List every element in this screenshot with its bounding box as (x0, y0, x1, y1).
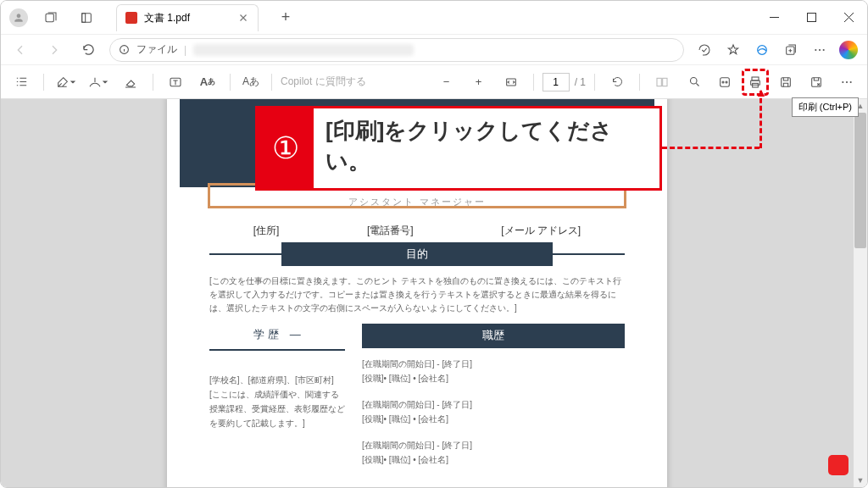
svg-rect-18 (752, 77, 759, 80)
save-button[interactable] (772, 69, 799, 96)
search-button[interactable] (681, 69, 708, 96)
browser-tab[interactable]: 文書 1.pdf (116, 4, 259, 31)
copilot-icon[interactable] (837, 37, 860, 63)
edge-ie-icon[interactable] (750, 37, 774, 63)
svg-rect-21 (782, 77, 791, 86)
favorite-icon[interactable] (721, 37, 745, 63)
svg-rect-1 (82, 13, 92, 22)
highlight-icon[interactable] (53, 69, 80, 96)
callout-text: [印刷]をクリックしてください。 (314, 108, 659, 188)
work-item-1: [在職期間の開始日] - [終了日] [役職]• [職位] • [会社名] (362, 357, 625, 385)
url-blurred (193, 44, 414, 56)
text-tool-icon[interactable] (162, 69, 189, 96)
svg-rect-13 (663, 78, 667, 86)
page-number-input[interactable] (542, 73, 570, 92)
save-as-button[interactable] (803, 69, 830, 96)
svg-rect-0 (46, 14, 53, 21)
rotate-icon[interactable] (604, 69, 631, 96)
col-education: 学 歴 — [学校名]、[都道府県]、[市区町村] [ここには、成績評価や、関連… (209, 324, 345, 467)
svg-point-25 (850, 80, 852, 82)
titlebar-left: 文書 1.pdf + (1, 4, 298, 31)
svg-point-17 (726, 81, 727, 83)
maximize-button[interactable] (793, 2, 830, 34)
forward-button[interactable] (42, 37, 67, 63)
svg-rect-12 (657, 78, 661, 86)
work-item-3: [在職期間の開始日] - [終了日] [役職]• [職位] • [会社名] (362, 438, 625, 467)
workspaces-icon[interactable] (38, 5, 64, 30)
callout-connector-h (662, 147, 760, 149)
contact-tel: [電話番号] (367, 224, 414, 238)
collections-icon[interactable] (779, 37, 803, 63)
svg-point-24 (846, 80, 848, 82)
new-tab-button[interactable]: + (274, 6, 298, 30)
pdf-toolbar-right (681, 69, 860, 96)
page-total: / 1 (575, 76, 586, 88)
svg-point-9 (823, 48, 825, 50)
callout-number: ① (258, 108, 314, 188)
back-button[interactable] (8, 37, 33, 63)
two-column: 学 歴 — [学校名]、[都道府県]、[市区町村] [ここには、成績評価や、関連… (167, 324, 667, 467)
contents-icon[interactable] (8, 69, 35, 96)
col-work: 職歴 [在職期間の開始日] - [終了日] [役職]• [職位] • [会社名]… (362, 324, 625, 467)
work-header: 職歴 (362, 324, 625, 347)
fit-icon[interactable] (498, 69, 525, 96)
svg-point-23 (842, 80, 843, 82)
vertical-scrollbar[interactable]: ▲ ▼ (854, 99, 867, 487)
adobe-badge-icon[interactable] (828, 455, 849, 475)
address-bar: ファイル | (1, 35, 867, 65)
section-purpose-header: 目的 (281, 242, 553, 266)
close-window-button[interactable] (830, 2, 867, 34)
callout-connector-v (760, 91, 762, 148)
svg-rect-15 (721, 77, 730, 86)
refresh-button[interactable] (75, 37, 101, 63)
erase-icon[interactable] (117, 69, 144, 96)
minimize-button[interactable] (755, 2, 793, 34)
copilot-prompt[interactable]: Copilot に質問する (281, 75, 366, 89)
edu-header: 学 歴 — (209, 324, 345, 342)
tab-title: 文書 1.pdf (144, 11, 190, 25)
text-size-icon[interactable]: Aあ (194, 69, 221, 96)
pdf-toolbar: Aあ Aあ Copilot に質問する − + / 1 (1, 65, 867, 99)
menu-button[interactable] (808, 37, 832, 63)
draw-icon[interactable] (85, 69, 112, 96)
scroll-down-icon[interactable]: ▼ (854, 474, 867, 487)
zoom-out-button[interactable]: − (433, 69, 460, 96)
scroll-thumb[interactable] (854, 113, 866, 248)
svg-point-7 (815, 48, 816, 50)
close-tab-icon[interactable] (237, 12, 249, 24)
instruction-callout: ① [印刷]をクリックしてください。 (255, 106, 662, 191)
addr-actions (693, 37, 860, 63)
svg-rect-2 (82, 13, 86, 22)
svg-point-8 (819, 48, 821, 50)
zoom-in-button[interactable]: + (465, 69, 492, 96)
purpose-body: [この文を仕事の目標に置き換えます。このヒント テキストを独自のものに置き換える… (167, 266, 667, 324)
read-aloud-icon[interactable] (693, 37, 716, 63)
copilot-pdf-icon[interactable] (711, 69, 738, 96)
contact-mail: [メール アドレス] (501, 224, 581, 238)
window-controls (755, 2, 867, 34)
profile-icon[interactable] (9, 8, 28, 27)
svg-rect-3 (807, 14, 815, 22)
print-tooltip: 印刷 (Ctrl+P) (792, 97, 859, 117)
url-label: ファイル (136, 42, 177, 57)
svg-point-16 (722, 81, 724, 83)
tab-actions-icon[interactable] (74, 5, 99, 30)
contact-address: [住所] (253, 224, 280, 238)
more-button[interactable] (833, 69, 860, 96)
window-titlebar: 文書 1.pdf + (1, 1, 867, 35)
svg-point-14 (690, 78, 697, 85)
page-view-icon[interactable] (648, 69, 676, 96)
edu-body: [学校名]、[都道府県]、[市区町村] [ここには、成績評価や、関連する授業課程… (209, 359, 345, 430)
pdf-icon (125, 12, 137, 24)
work-item-2: [在職期間の開始日] - [終了日] [役職]• [職位] • [会社名] (362, 397, 625, 426)
url-field[interactable]: ファイル | (109, 38, 684, 62)
info-icon (119, 44, 130, 55)
translate-icon[interactable]: Aあ (239, 69, 263, 96)
